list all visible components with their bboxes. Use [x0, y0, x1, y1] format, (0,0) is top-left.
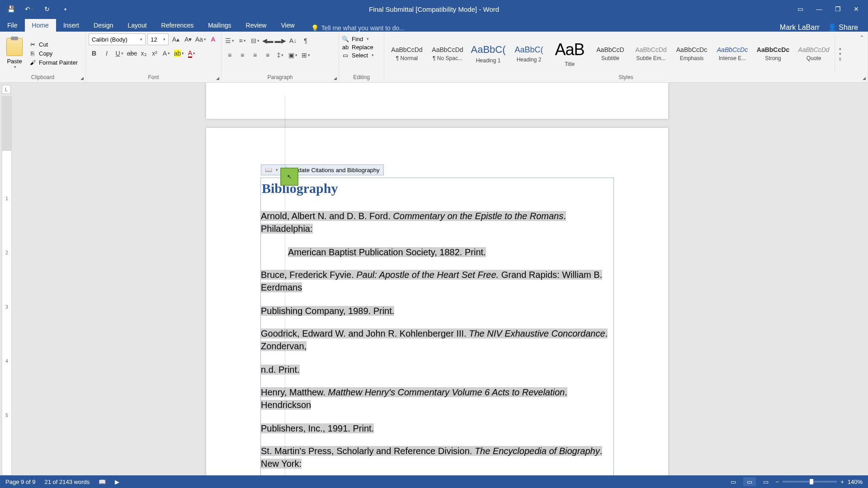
style-item[interactable]: AaBbCcDd¶ Normal: [387, 34, 427, 73]
shading-button[interactable]: ▣▾: [288, 50, 298, 61]
tell-me-search[interactable]: 💡 Tell me what you want to do...: [311, 24, 405, 32]
redo-icon[interactable]: ↻: [41, 3, 53, 15]
clear-formatting-button[interactable]: A: [208, 34, 218, 45]
dialog-launcher-icon[interactable]: ◢: [334, 76, 337, 80]
zoom-level[interactable]: 140%: [848, 479, 863, 485]
find-button[interactable]: 🔍Find▾: [342, 35, 381, 42]
user-name[interactable]: Mark LaBarr: [780, 23, 820, 32]
bullets-button[interactable]: ☰▾: [224, 35, 235, 46]
bibliography-entry: Henry, Matthew. Matthew Henry's Commenta…: [261, 386, 613, 435]
style-item[interactable]: AaBbCcDSubtitle: [590, 34, 630, 73]
increase-indent-button[interactable]: ▬▶: [275, 35, 286, 46]
tab-home[interactable]: Home: [25, 19, 56, 32]
font-color-button[interactable]: A▾: [186, 48, 197, 59]
style-item[interactable]: AaBbCcDd¶ No Spac...: [428, 34, 467, 73]
group-label: Font: [89, 73, 218, 81]
document-page[interactable]: 📖▾ 📄 Update Citations and Bibliography B…: [206, 128, 668, 475]
chevron-down-icon: ▾: [14, 65, 16, 69]
tab-references[interactable]: References: [154, 19, 201, 32]
style-item[interactable]: AaBbCcDcIntense E...: [712, 34, 752, 73]
style-item[interactable]: AaBbCcDdQuote: [794, 34, 834, 73]
format-painter-button[interactable]: 🖌Format Painter: [29, 59, 78, 66]
bibliography-entry: Goodrick, Edward W. and John R. Kohlenbe…: [261, 327, 613, 376]
styles-more-button[interactable]: ▴▾⊻: [835, 34, 844, 73]
align-left-button[interactable]: ≡: [224, 50, 235, 61]
text-effects-button[interactable]: A▾: [161, 48, 172, 59]
spellcheck-icon[interactable]: 📖: [99, 479, 106, 485]
share-button[interactable]: 👤 Share: [828, 23, 858, 32]
tab-review[interactable]: Review: [239, 19, 274, 32]
save-icon[interactable]: 💾: [5, 3, 17, 15]
maximize-icon[interactable]: ❐: [835, 5, 841, 13]
style-item[interactable]: AaBbC(Heading 2: [509, 34, 549, 73]
tab-design[interactable]: Design: [86, 19, 121, 32]
word-count[interactable]: 21 of 2143 words: [45, 479, 90, 485]
dialog-launcher-icon[interactable]: ◢: [863, 76, 866, 80]
tab-layout[interactable]: Layout: [121, 19, 154, 32]
group-label: Clipboard: [3, 73, 83, 81]
web-layout-button[interactable]: ▭: [760, 477, 772, 486]
italic-button[interactable]: I: [101, 48, 112, 59]
underline-button[interactable]: U▾: [114, 48, 125, 59]
bold-button[interactable]: B: [89, 48, 99, 59]
cut-button[interactable]: ✂Cut: [29, 41, 78, 48]
replace-button[interactable]: abReplace: [342, 43, 381, 51]
tab-mailings[interactable]: Mailings: [201, 19, 238, 32]
bibliography-field[interactable]: 📖▾ 📄 Update Citations and Bibliography B…: [260, 178, 614, 475]
dialog-launcher-icon[interactable]: ◢: [216, 76, 219, 80]
minimize-icon[interactable]: —: [816, 5, 822, 13]
tab-insert[interactable]: Insert: [56, 19, 86, 32]
font-name-combo[interactable]: Calibri (Body)▾: [89, 33, 146, 45]
group-label: Editing: [342, 73, 381, 81]
justify-button[interactable]: ≡: [262, 50, 273, 61]
dialog-launcher-icon[interactable]: ◢: [80, 76, 84, 80]
shrink-font-button[interactable]: A▾: [183, 34, 193, 45]
ribbon-display-icon[interactable]: ▭: [797, 5, 803, 13]
zoom-in-button[interactable]: +: [840, 479, 844, 485]
read-mode-button[interactable]: ▭: [727, 477, 740, 486]
line-spacing-button[interactable]: ‡▾: [275, 50, 286, 61]
update-citations-button[interactable]: Update Citations and Bibliography: [291, 167, 380, 174]
qat-more-icon[interactable]: ▾: [59, 3, 71, 15]
highlight-button[interactable]: ab▾: [174, 48, 184, 59]
multilevel-button[interactable]: ⊟▾: [250, 35, 260, 46]
strikethrough-button[interactable]: abc: [127, 48, 137, 59]
ribbon: Paste ▾ ✂Cut ⎘Copy 🖌Format Painter Clipb…: [0, 32, 868, 83]
copy-icon: ⎘: [29, 50, 36, 57]
select-button[interactable]: ▭Select▾: [342, 52, 381, 59]
paintbrush-icon: 🖌: [29, 59, 36, 66]
zoom-slider[interactable]: [783, 481, 837, 483]
style-item[interactable]: AaBbCcDcEmphasis: [672, 34, 712, 73]
macro-icon[interactable]: ▶: [115, 479, 119, 485]
align-right-button[interactable]: ≡: [250, 50, 260, 61]
font-size-combo[interactable]: 12▾: [147, 33, 169, 45]
undo-icon[interactable]: ↶▾: [23, 3, 35, 15]
book-icon[interactable]: 📖: [265, 166, 272, 174]
copy-button[interactable]: ⎘Copy: [29, 50, 78, 57]
change-case-button[interactable]: Aa▾: [195, 34, 206, 45]
indent-guide-line: [285, 96, 285, 475]
page-count[interactable]: Page 9 of 9: [5, 479, 36, 485]
style-item[interactable]: AaBbC(Heading 1: [468, 34, 508, 73]
tab-view[interactable]: View: [274, 19, 302, 32]
paste-button[interactable]: Paste ▾: [3, 33, 26, 73]
close-icon[interactable]: ✕: [854, 5, 859, 13]
style-item[interactable]: AaBTitle: [550, 34, 590, 73]
style-item[interactable]: AaBbCcDdSubtle Em...: [631, 34, 671, 73]
superscript-button[interactable]: x²: [150, 48, 159, 59]
collapse-ribbon-icon[interactable]: ⌃: [859, 34, 864, 41]
decrease-indent-button[interactable]: ◀▬: [262, 35, 273, 46]
tab-file[interactable]: File: [0, 19, 25, 32]
grow-font-button[interactable]: A▴: [170, 34, 181, 45]
show-marks-button[interactable]: ¶: [300, 35, 311, 46]
subscript-button[interactable]: x₂: [139, 48, 148, 59]
style-item[interactable]: AaBbCcDcStrong: [753, 34, 793, 73]
hanging-indent-marker[interactable]: ↖: [280, 168, 298, 186]
numbering-button[interactable]: ≡▾: [237, 35, 248, 46]
window-title: Final Submittal [Compatibility Mode] - W…: [369, 5, 499, 13]
print-layout-button[interactable]: ▭: [743, 477, 756, 486]
zoom-out-button[interactable]: −: [776, 479, 779, 485]
align-center-button[interactable]: ≡: [237, 50, 248, 61]
borders-button[interactable]: ⊞▾: [300, 50, 311, 61]
sort-button[interactable]: A↓: [288, 35, 298, 46]
